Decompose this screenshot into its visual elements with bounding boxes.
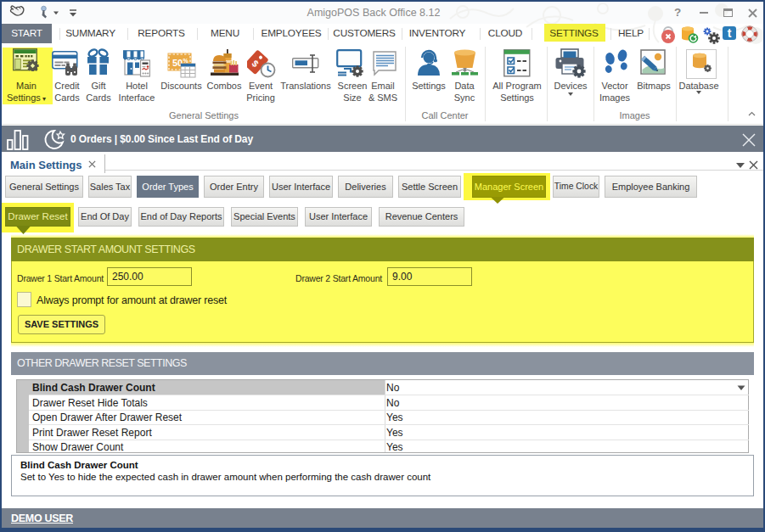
svg-text:t: t — [728, 26, 732, 40]
svg-text:%: % — [183, 58, 188, 64]
